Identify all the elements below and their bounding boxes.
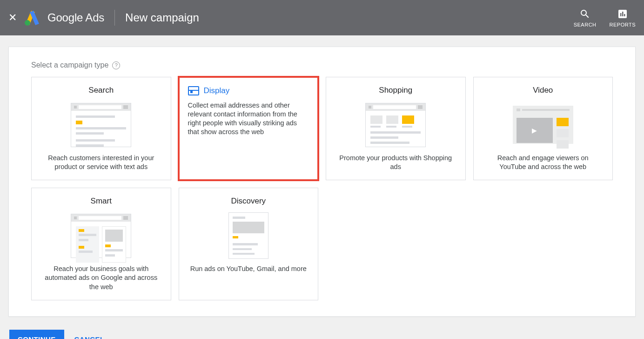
search-icon <box>579 8 591 20</box>
campaign-type-card: Select a campaign type ? Search <box>8 47 636 317</box>
type-title: Display <box>204 86 230 95</box>
campaign-type-display[interactable]: Display Collect email addresses and othe… <box>179 77 319 180</box>
action-row: CONTINUE CANCEL <box>8 330 636 339</box>
reports-button[interactable]: REPORTS <box>610 8 636 27</box>
continue-button[interactable]: CONTINUE <box>9 330 64 339</box>
header-bar: ✕ Google Ads New campaign SEARCH REPORTS <box>0 0 644 35</box>
search-label: SEARCH <box>574 22 597 27</box>
reports-icon <box>617 8 629 20</box>
svg-rect-3 <box>622 12 624 16</box>
page-title: New campaign <box>125 11 199 24</box>
discovery-illustration-icon <box>218 212 279 259</box>
campaign-type-shopping[interactable]: Shopping <box>326 77 466 180</box>
type-title: Video <box>533 86 553 95</box>
type-title: Search <box>88 86 114 95</box>
reports-label: REPORTS <box>610 22 636 27</box>
campaign-type-video[interactable]: Video ▶ <box>473 77 613 180</box>
type-title: Discovery <box>231 197 266 206</box>
campaign-type-discovery[interactable]: Discovery Run ads on YouTube, Gmail, and… <box>179 188 319 300</box>
shopping-illustration-icon <box>365 102 426 148</box>
product-name: Google Ads <box>47 11 104 24</box>
display-icon <box>188 86 199 95</box>
svg-rect-4 <box>624 14 625 16</box>
type-title: Shopping <box>379 86 412 95</box>
type-title: Smart <box>91 197 112 206</box>
type-desc: Reach customers interested in your produ… <box>39 154 163 171</box>
svg-point-0 <box>25 20 30 26</box>
section-title: Select a campaign type ? <box>31 61 613 69</box>
google-ads-logo-icon <box>24 10 41 26</box>
type-desc: Reach and engage viewers on YouTube and … <box>481 154 605 171</box>
cancel-button[interactable]: CANCEL <box>74 335 105 339</box>
type-desc: Collect email addresses and other releva… <box>188 101 309 137</box>
video-illustration-icon: ▶ <box>513 102 573 148</box>
type-desc: Reach your business goals with automated… <box>39 264 163 291</box>
smart-illustration-icon <box>71 212 131 259</box>
type-desc: Promote your products with Shopping ads <box>334 154 458 171</box>
close-icon[interactable]: ✕ <box>8 12 17 24</box>
help-icon[interactable]: ? <box>112 61 120 69</box>
search-button[interactable]: SEARCH <box>574 8 597 27</box>
svg-rect-2 <box>620 13 622 16</box>
header-divider <box>114 10 115 26</box>
type-desc: Run ads on YouTube, Gmail, and more <box>188 264 309 273</box>
campaign-type-grid: Search R <box>31 77 613 300</box>
campaign-type-search[interactable]: Search R <box>31 77 171 180</box>
search-illustration-icon <box>71 102 131 148</box>
campaign-type-smart[interactable]: Smart <box>31 188 171 300</box>
